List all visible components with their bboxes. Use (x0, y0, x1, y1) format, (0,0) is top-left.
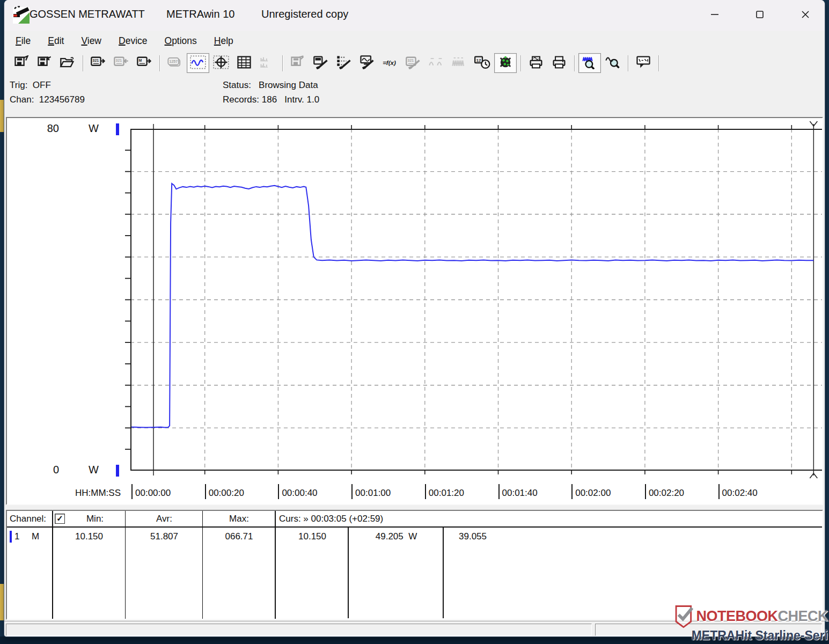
notebookcheck-watermark: NOTEBOOKCHECK METRAHit Starline-Seri (673, 604, 828, 642)
device-settings-button[interactable] (310, 53, 332, 73)
channel1-marker-top (116, 123, 119, 135)
menu-item-edit[interactable]: Edit (41, 33, 71, 49)
svg-text:=f(x): =f(x) (383, 59, 396, 65)
y-axis-unit-bottom: W (89, 464, 99, 476)
background-window-edge (0, 584, 4, 620)
interval-timer-button[interactable]: 12 (471, 53, 494, 73)
app-brand: GOSSEN METRAWATT (30, 8, 145, 20)
x-tick-label: 00:02:40 (722, 488, 758, 499)
monitor-settings-button[interactable] (356, 53, 378, 73)
annotation-button[interactable] (632, 53, 655, 73)
live-measure-icon (497, 55, 513, 71)
menu-item-file[interactable]: File (9, 33, 38, 49)
x-tick-mark (425, 484, 426, 499)
formula-fx-button[interactable]: =f(x) (379, 53, 401, 73)
chart-view-icon (190, 55, 206, 71)
zoom-time-button[interactable] (578, 53, 601, 73)
device-send-icon: 321 (113, 55, 129, 71)
x-axis-format-label: HH:MM:SS (61, 488, 121, 499)
channel-visible-checkbox[interactable]: ✓ (55, 514, 65, 524)
wave-multi-button (448, 53, 471, 73)
x-tick-mark (571, 484, 573, 499)
channel-settings-button[interactable] (333, 53, 355, 73)
x-tick-mark (498, 484, 500, 499)
export-data-button (287, 53, 309, 73)
device-send-button: 321 (110, 53, 133, 73)
records-status: Records: 186 Intrv. 1.0 (223, 94, 319, 105)
chart-panel: 80 W 0 W HH:MM:SS 00:00:0000:00:2000:00:… (6, 117, 823, 505)
minimize-button[interactable] (702, 3, 727, 26)
menu-bar: FileEditViewDeviceOptionsHelp (4, 31, 825, 51)
zoom-free-button[interactable] (601, 53, 624, 73)
x-tick-label: 00:02:00 (575, 488, 611, 499)
device-read-icon: 321 (90, 55, 106, 71)
zoom-time-icon (582, 55, 598, 71)
toolbar-separator (574, 55, 575, 71)
x-tick-mark (278, 484, 279, 499)
device-read-button[interactable]: 321 (87, 53, 109, 73)
y-axis-max-label: 80 (32, 122, 59, 135)
svg-text:321: 321 (408, 58, 414, 62)
numeric-list-icon: 1257 (167, 55, 183, 71)
x-tick-mark (131, 484, 133, 499)
row-max-value: 066.71 (203, 531, 275, 542)
toolbar-separator (520, 55, 522, 71)
memory-read-icon: M (136, 55, 152, 71)
close-button[interactable] (793, 3, 818, 26)
col-header-min: Min: (65, 514, 125, 524)
wave-multi-icon (451, 55, 467, 71)
print-preview-icon (528, 55, 544, 71)
maximize-button[interactable] (747, 3, 772, 26)
open-file-button[interactable] (56, 53, 79, 73)
save-file-icon (13, 55, 30, 71)
channel-settings-icon (336, 55, 352, 71)
col-header-cursor: Curs: » 00:03:05 (+02:59) (279, 514, 383, 524)
numeric-list-button: 1257 (164, 53, 186, 73)
print-button[interactable] (548, 53, 570, 73)
memory-read-button[interactable]: M (133, 53, 156, 73)
browse-status: Status: Browsing Data (223, 80, 318, 91)
row-avr-value: 51.807 (126, 531, 202, 542)
toolbar: 321321M1257=f(x)32112 (4, 51, 825, 75)
close-icon (801, 10, 810, 19)
live-measure-button[interactable] (494, 53, 517, 73)
open-file-icon (60, 55, 76, 71)
svg-text:M: M (139, 58, 142, 62)
row-delta-value: 39.055 (459, 531, 487, 542)
monitor-settings-icon (359, 55, 375, 71)
channel-status: Chan: 123456789 (10, 94, 85, 105)
toolbar-separator (282, 55, 283, 71)
row-min-value: 10.150 (53, 531, 125, 542)
chart-view-button[interactable] (187, 53, 209, 73)
table-view-button[interactable] (233, 53, 255, 73)
menu-item-options[interactable]: Options (158, 33, 204, 49)
col-header-max: Max: (203, 514, 275, 524)
toolbar-separator (159, 55, 160, 71)
menu-item-device[interactable]: Device (112, 33, 155, 49)
save-store-button[interactable] (33, 53, 56, 73)
watermark-brand-secondary: CHECK (777, 609, 828, 624)
table-view-icon (236, 55, 252, 71)
histogram-view-button (256, 53, 278, 73)
cursor-mode-button[interactable] (210, 53, 232, 73)
minimize-icon (710, 10, 720, 19)
title-bar: GOSSEN METRAWATT METRAwin 10 Unregistere… (4, 0, 825, 31)
x-tick-label: 00:01:20 (429, 488, 464, 499)
y-axis-min-label: 0 (32, 464, 59, 476)
watermark-check-icon (673, 604, 695, 629)
menu-item-help[interactable]: Help (207, 33, 240, 49)
statusbar-left-panel (6, 624, 592, 636)
col-header-channel: Channel: (10, 514, 46, 524)
toolbar-separator (628, 55, 629, 71)
row-channel-number: 1 (14, 531, 19, 542)
col-header-avr: Avr: (126, 514, 202, 524)
cursor-mode-icon (213, 55, 229, 71)
annotation-icon (635, 55, 651, 71)
chart-plot-area[interactable] (130, 129, 822, 471)
print-preview-button[interactable] (525, 53, 547, 73)
x-tick-label: 00:01:40 (502, 488, 538, 499)
row-cursor1-value: 10.150 (277, 531, 348, 542)
menu-item-view[interactable]: View (74, 33, 108, 49)
save-file-button[interactable] (10, 53, 33, 73)
channel1-marker-bottom (116, 465, 119, 477)
